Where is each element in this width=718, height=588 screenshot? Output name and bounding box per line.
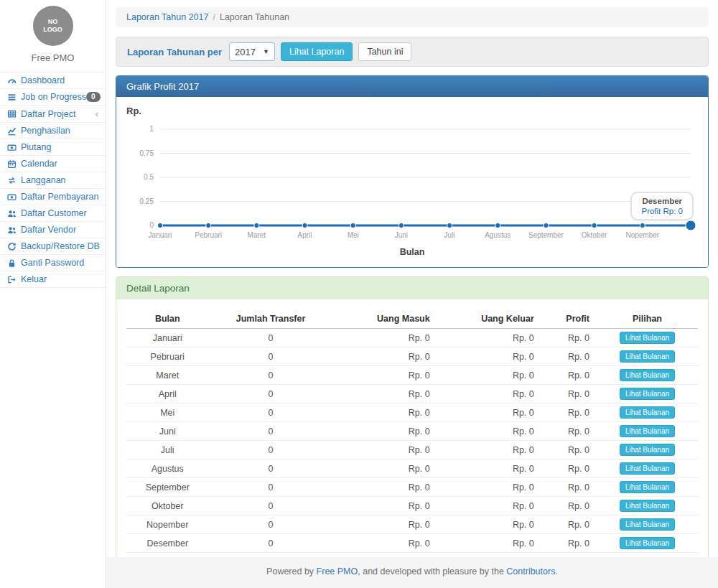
cell: Rp. 0: [541, 441, 597, 459]
breadcrumb-link-laporan-tahun[interactable]: Laporan Tahun 2017: [126, 12, 208, 22]
cell-action: Lihat Bulanan: [597, 347, 698, 366]
svg-text:Pebruari: Pebruari: [195, 231, 222, 239]
sidebar-item-daftar-customer[interactable]: Daftar Customer: [0, 205, 106, 222]
svg-text:0.75: 0.75: [140, 149, 154, 157]
cell: Rp. 0: [333, 329, 437, 347]
sidebar-item-calendar[interactable]: Calendar: [0, 156, 106, 172]
cell: Oktober: [126, 497, 208, 515]
table-row: Juni0Rp. 0Rp. 0Rp. 0Lihat Bulanan: [126, 422, 698, 441]
sidebar-item-label: Keluar: [21, 274, 100, 284]
cell-action: Lihat Bulanan: [597, 385, 698, 403]
view-monthly-button[interactable]: Lihat Bulanan: [620, 388, 675, 400]
logo-text: NO LOGO: [43, 18, 62, 34]
calendar-icon: [7, 159, 17, 169]
cell: September: [126, 478, 208, 497]
this-year-button[interactable]: Tahun ini: [358, 42, 411, 61]
cell-action: Lihat Bulanan: [597, 329, 698, 347]
cell: Rp. 0: [333, 403, 437, 422]
cell: 0: [208, 459, 332, 478]
view-report-button[interactable]: Lihat Laporan: [281, 42, 353, 61]
cell: Rp. 0: [437, 385, 541, 403]
cell: Rp. 0: [437, 497, 541, 515]
cell: Rp. 0: [437, 403, 541, 422]
cell: Rp. 0: [541, 478, 597, 497]
page-footer: Powered by Free PMO, and developed with …: [106, 557, 718, 588]
view-monthly-button[interactable]: Lihat Bulanan: [620, 537, 675, 549]
column-header-bulan: Bulan: [126, 309, 208, 329]
cell: 0: [208, 329, 332, 347]
sidebar-item-dashboard[interactable]: Dashboard: [0, 73, 106, 89]
year-select-value: 2017: [235, 47, 256, 57]
view-monthly-button[interactable]: Lihat Bulanan: [620, 518, 675, 531]
cell: Rp. 0: [333, 478, 437, 497]
sidebar-item-daftar-vendor[interactable]: Daftar Vendor: [0, 222, 106, 238]
view-monthly-button[interactable]: Lihat Bulanan: [620, 500, 675, 512]
sidebar-item-daftar-project[interactable]: Daftar Project‹: [0, 106, 106, 123]
table-row: Nopember0Rp. 0Rp. 0Rp. 0Lihat Bulanan: [126, 515, 698, 534]
contributors-link[interactable]: Contributors.: [506, 566, 558, 577]
svg-text:Oktober: Oktober: [582, 231, 607, 239]
sidebar-item-label: Dashboard: [21, 75, 100, 85]
svg-text:1: 1: [149, 125, 154, 133]
sidebar-item-keluar[interactable]: Keluar: [0, 271, 106, 288]
chart-panel-title: Grafik Profit 2017: [116, 76, 708, 97]
chevron-down-icon: ▼: [263, 48, 269, 55]
dashboard-icon: [7, 76, 17, 85]
svg-text:Mei: Mei: [348, 231, 359, 239]
chart-y-axis-label: Rp.: [126, 106, 698, 116]
cell: Rp. 0: [541, 347, 597, 366]
table-row: Januari0Rp. 0Rp. 0Rp. 0Lihat Bulanan: [126, 329, 698, 347]
free-pmo-link[interactable]: Free PMO: [317, 566, 358, 577]
detail-panel-title: Detail Laporan: [116, 277, 708, 299]
table-row: April0Rp. 0Rp. 0Rp. 0Lihat Bulanan: [126, 385, 698, 403]
cell: Rp. 0: [333, 515, 437, 534]
sidebar-item-job-on-progress[interactable]: Job on Progress0: [0, 89, 106, 106]
cell: Rp. 0: [333, 347, 437, 366]
cell: Rp. 0: [437, 478, 541, 497]
svg-text:Agustus: Agustus: [485, 231, 510, 239]
table-row: Agustus0Rp. 0Rp. 0Rp. 0Lihat Bulanan: [126, 459, 698, 478]
view-monthly-button[interactable]: Lihat Bulanan: [620, 332, 675, 344]
year-select[interactable]: 2017 ▼: [229, 42, 275, 61]
cell: Rp. 0: [437, 515, 541, 534]
cell: Rp. 0: [437, 534, 541, 553]
sidebar-item-langganan[interactable]: Langganan: [0, 172, 106, 189]
cell: 0: [208, 534, 332, 553]
table-header-row: BulanJumlah TransferUang MasukUang Kelua…: [126, 309, 698, 329]
sidebar-menu: DashboardJob on Progress0Daftar Project‹…: [0, 72, 106, 288]
profit-chart: Rp. 10.750.50.250JanuariPebruariMaretApr…: [126, 106, 698, 257]
sidebar-item-backup-restore-db[interactable]: Backup/Restore DB: [0, 238, 106, 255]
cell: Rp. 0: [541, 515, 597, 534]
cell: Desember: [126, 534, 208, 553]
cell: Rp. 0: [333, 534, 437, 553]
sidebar-item-penghasilan[interactable]: Penghasilan: [0, 123, 106, 139]
cell-action: Lihat Bulanan: [597, 478, 698, 497]
sidebar-item-daftar-pembayaran[interactable]: Daftar Pembayaran: [0, 189, 106, 205]
view-monthly-button[interactable]: Lihat Bulanan: [620, 462, 675, 475]
profit-line-chart[interactable]: 10.750.50.250JanuariPebruariMaretAprilMe…: [126, 119, 698, 243]
cell: Juni: [126, 422, 208, 441]
cell: 0: [208, 478, 332, 497]
view-monthly-button[interactable]: Lihat Bulanan: [620, 444, 675, 456]
column-header-uang-keluar: Uang Keluar: [437, 309, 541, 329]
sidebar-item-ganti-password[interactable]: Ganti Password: [0, 255, 106, 271]
cell: Rp. 0: [437, 347, 541, 366]
view-monthly-button[interactable]: Lihat Bulanan: [620, 350, 675, 363]
cell: Rp. 0: [541, 422, 597, 441]
cell: Rp. 0: [541, 403, 597, 422]
refresh-icon: [7, 242, 17, 251]
cell-action: Lihat Bulanan: [597, 441, 698, 459]
monthly-report-table: BulanJumlah TransferUang MasukUang Kelua…: [126, 309, 698, 569]
view-monthly-button[interactable]: Lihat Bulanan: [620, 425, 675, 437]
sidebar-item-label: Penghasilan: [21, 126, 100, 136]
cell: Rp. 0: [437, 329, 541, 347]
sidebar-item-piutang[interactable]: Piutang: [0, 139, 106, 156]
cell-action: Lihat Bulanan: [597, 366, 698, 385]
cell: 0: [208, 422, 332, 441]
view-monthly-button[interactable]: Lihat Bulanan: [620, 369, 675, 381]
view-monthly-button[interactable]: Lihat Bulanan: [620, 406, 675, 419]
view-monthly-button[interactable]: Lihat Bulanan: [620, 481, 675, 493]
svg-text:Nopember: Nopember: [625, 231, 659, 239]
sidebar-item-label: Ganti Password: [21, 258, 100, 268]
detail-report-panel: Detail Laporan BulanJumlah TransferUang …: [116, 276, 709, 579]
